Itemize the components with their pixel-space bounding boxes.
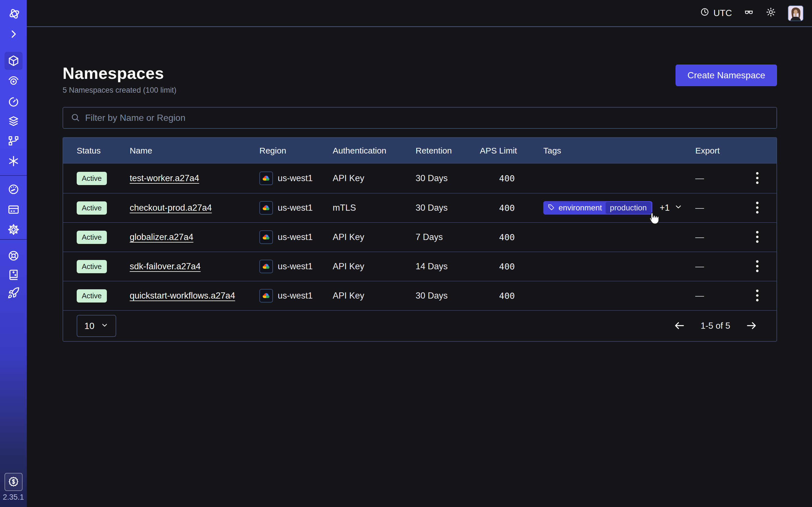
namespace-link[interactable]: checkout-prod.a27a4 — [130, 203, 212, 213]
sidebar-item-branch[interactable] — [7, 135, 20, 147]
column-header-retention: Retention — [416, 146, 480, 156]
sidebar-item-nexus[interactable] — [7, 155, 20, 167]
previous-page-button[interactable] — [673, 320, 686, 332]
pagination-range: 1-5 of 5 — [701, 321, 730, 331]
row-menu-button[interactable] — [751, 199, 764, 217]
region-label: us-west1 — [278, 232, 313, 242]
create-namespace-button[interactable]: Create Namespace — [675, 64, 777, 86]
app-version: 2.35.1 — [0, 493, 27, 502]
badge-dollar-icon — [8, 476, 19, 489]
rocket-icon — [7, 287, 20, 299]
sidebar-item-docs[interactable] — [7, 268, 20, 281]
tags-expand-button[interactable]: +1 — [660, 203, 682, 213]
column-header-name: Name — [130, 146, 259, 156]
tag-icon — [548, 204, 555, 212]
aps-limit-value: 400 — [480, 232, 543, 242]
auth-value: API Key — [333, 232, 416, 242]
user-avatar[interactable] — [788, 5, 804, 21]
tag-key: environment — [559, 203, 602, 212]
gear-icon — [7, 223, 20, 236]
page-subtitle: 5 Namespaces created (100 limit) — [63, 86, 176, 95]
filter-bar — [63, 107, 777, 129]
lifebuoy-icon — [7, 249, 20, 262]
retention-value: 30 Days — [416, 203, 480, 213]
kebab-icon — [756, 172, 759, 185]
row-menu-button[interactable] — [751, 169, 764, 187]
page-size-value: 10 — [84, 321, 94, 331]
retention-value: 14 Days — [416, 262, 480, 272]
google-cloud-icon — [259, 201, 273, 215]
sidebar-divider — [0, 175, 27, 176]
retention-value: 30 Days — [416, 173, 480, 183]
gauge-icon — [7, 183, 20, 195]
export-value: — — [695, 262, 751, 272]
main-content: Namespaces 5 Namespaces created (100 lim… — [27, 28, 812, 507]
auth-value: API Key — [333, 291, 416, 301]
namespace-link[interactable]: sdk-failover.a27a4 — [130, 262, 201, 272]
sidebar-item-eye[interactable] — [7, 75, 20, 87]
chevron-down-icon — [674, 203, 682, 213]
column-header-region: Region — [259, 146, 333, 156]
google-cloud-icon — [259, 230, 273, 244]
theme-toggle-button[interactable] — [766, 7, 776, 19]
tag-more-count: +1 — [660, 203, 670, 213]
status-badge: Active — [77, 289, 107, 302]
retention-value: 7 Days — [416, 232, 480, 242]
column-header-status: Status — [77, 146, 130, 156]
page-title: Namespaces — [63, 63, 176, 83]
sidebar-item-usage[interactable] — [7, 183, 20, 195]
book-sparkle-icon — [7, 268, 20, 281]
temporal-logo-icon — [7, 7, 20, 19]
kebab-icon — [756, 202, 759, 215]
pricing-badge-button[interactable] — [4, 473, 22, 491]
sidebar-expand-button[interactable] — [7, 28, 20, 40]
tag-chip[interactable]: environment production — [543, 201, 652, 215]
next-page-button[interactable] — [746, 320, 757, 332]
row-menu-button[interactable] — [751, 287, 764, 305]
table-footer: 10 1-5 of 5 — [63, 310, 776, 341]
namespace-link[interactable]: globalizer.a27a4 — [130, 232, 193, 242]
sidebar-item-schedules[interactable] — [7, 96, 20, 108]
auth-value: API Key — [333, 262, 416, 272]
google-cloud-icon — [259, 260, 273, 273]
row-menu-button[interactable] — [751, 228, 764, 246]
column-header-export: Export — [695, 146, 751, 156]
aps-limit-value: 400 — [480, 173, 543, 183]
status-badge: Active — [77, 231, 107, 244]
sidebar-item-getting-started[interactable] — [7, 287, 20, 299]
status-badge: Active — [77, 260, 107, 273]
export-value: — — [695, 291, 751, 301]
sidebar-item-namespaces[interactable] — [4, 52, 22, 70]
namespaces-table: Status Name Region Authentication Retent… — [63, 137, 777, 342]
labs-button[interactable] — [744, 7, 754, 19]
aps-limit-value: 400 — [480, 262, 543, 272]
sidebar-item-support[interactable] — [7, 249, 20, 262]
export-value: — — [695, 232, 751, 242]
arrow-left-icon — [673, 320, 686, 332]
timezone-button[interactable]: UTC — [700, 7, 732, 19]
namespace-link[interactable]: test-worker.a27a4 — [130, 173, 199, 183]
sidebar-item-settings[interactable] — [7, 223, 20, 236]
google-cloud-icon — [259, 289, 273, 302]
kebab-icon — [756, 289, 759, 302]
layers-icon — [7, 115, 20, 127]
sidebar: 2.35.1 — [0, 0, 27, 507]
column-header-aps-limit: APS Limit — [480, 146, 543, 156]
table-row: Active checkout-prod.a27a4 us-west1 mTLS… — [63, 193, 776, 222]
aps-limit-value: 400 — [480, 291, 543, 301]
timer-icon — [7, 96, 20, 108]
filter-input[interactable] — [85, 113, 769, 123]
chevron-right-icon — [8, 29, 19, 40]
retention-value: 30 Days — [416, 291, 480, 301]
page-size-select[interactable]: 10 — [77, 315, 116, 337]
namespace-link[interactable]: quickstart-workflows.a27a4 — [130, 291, 235, 301]
chevron-down-icon — [101, 321, 109, 331]
sidebar-item-billing[interactable] — [7, 203, 20, 216]
table-row: Active globalizer.a27a4 us-west1 API Key… — [63, 222, 776, 251]
asterisk-icon — [7, 155, 20, 167]
row-menu-button[interactable] — [751, 258, 764, 276]
glasses-icon — [744, 7, 754, 19]
region-label: us-west1 — [278, 291, 313, 301]
sidebar-item-layers[interactable] — [7, 115, 20, 127]
table-header-row: Status Name Region Authentication Retent… — [63, 138, 776, 164]
